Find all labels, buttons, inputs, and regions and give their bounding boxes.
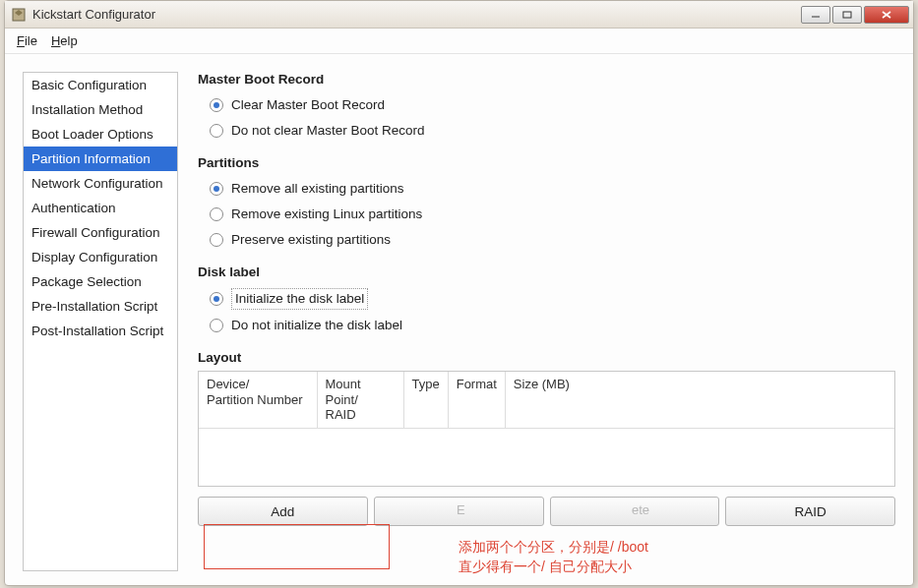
mbr-title: Master Boot Record — [198, 72, 895, 87]
titlebar: Kickstart Configurator — [5, 1, 913, 29]
radio-icon — [210, 292, 223, 306]
part-removeall-row[interactable]: Remove all existing partitions — [198, 176, 895, 202]
part-removeall-label: Remove all existing partitions — [231, 179, 404, 199]
delete-faint: ete — [632, 502, 649, 517]
radio-icon — [210, 182, 223, 196]
svg-rect-2 — [843, 12, 851, 18]
sidebar-item-bootloader[interactable]: Boot Loader Options — [24, 122, 177, 147]
section-disklabel: Disk label Initialize the disk label Do … — [198, 265, 895, 338]
sidebar-item-partition[interactable]: Partition Information — [24, 147, 177, 171]
sidebar-item-network[interactable]: Network Configuration — [24, 171, 177, 196]
col-format[interactable]: Format — [448, 372, 505, 428]
radio-icon — [210, 233, 223, 247]
raid-button[interactable]: RAID — [725, 497, 895, 526]
main-panel: Master Boot Record Clear Master Boot Rec… — [198, 72, 895, 571]
radio-icon — [210, 124, 223, 138]
window-title: Kickstart Configurator — [32, 7, 801, 22]
col-type[interactable]: Type — [403, 372, 448, 428]
disklabel-init-label: Initialize the disk label — [231, 288, 368, 310]
mbr-clear-row[interactable]: Clear Master Boot Record — [198, 92, 895, 118]
sidebar-item-package[interactable]: Package Selection — [24, 269, 177, 294]
partitions-title: Partitions — [198, 155, 895, 170]
edit-faint: E — [457, 502, 465, 517]
section-partitions: Partitions Remove all existing partition… — [198, 155, 895, 253]
sidebar-item-auth[interactable]: Authentication — [24, 196, 177, 220]
annotation-line1: 添加两个个分区，分别是/ /boot — [459, 538, 648, 558]
radio-icon — [210, 98, 223, 112]
minimize-button[interactable] — [801, 6, 830, 24]
sidebar: Basic Configuration Installation Method … — [23, 72, 178, 571]
close-button[interactable] — [864, 6, 909, 24]
add-button[interactable]: Add — [198, 497, 368, 526]
sidebar-item-installation[interactable]: Installation Method — [24, 97, 177, 122]
content-area: Basic Configuration Installation Method … — [5, 54, 913, 585]
section-layout: Layout Device/Partition Number Mount Poi… — [198, 350, 895, 559]
layout-buttons: Add RAID E ete — [198, 497, 895, 526]
app-icon — [11, 7, 27, 23]
col-mount[interactable]: Mount Point/RAID — [317, 372, 403, 428]
layout-title: Layout — [198, 350, 895, 365]
col-size[interactable]: Size (MB) — [505, 372, 894, 428]
mbr-noclear-row[interactable]: Do not clear Master Boot Record — [198, 118, 895, 144]
menu-help[interactable]: Help — [51, 33, 78, 48]
col-device[interactable]: Device/Partition Number — [199, 372, 317, 428]
menubar: File Help — [5, 29, 913, 54]
disklabel-noinit-row[interactable]: Do not initialize the disk label — [198, 313, 895, 338]
sidebar-item-firewall[interactable]: Firewall Configuration — [24, 220, 177, 245]
section-mbr: Master Boot Record Clear Master Boot Rec… — [198, 72, 895, 144]
sidebar-item-basic[interactable]: Basic Configuration — [24, 73, 177, 97]
mbr-noclear-label: Do not clear Master Boot Record — [231, 121, 425, 141]
disklabel-init-row[interactable]: Initialize the disk label — [198, 285, 895, 313]
sidebar-item-postinstall[interactable]: Post-Installation Script — [24, 319, 177, 343]
annotation-line2: 直少得有一个/ 自己分配大小 — [459, 558, 632, 577]
mbr-clear-label: Clear Master Boot Record — [231, 95, 385, 115]
sidebar-item-preinstall[interactable]: Pre-Installation Script — [24, 294, 177, 319]
add-button-label: Add — [271, 504, 294, 519]
sidebar-item-display[interactable]: Display Configuration — [24, 245, 177, 269]
part-preserve-row[interactable]: Preserve existing partitions — [198, 227, 895, 253]
disklabel-noinit-label: Do not initialize the disk label — [231, 316, 402, 335]
app-window: Kickstart Configurator File Help Basic C… — [4, 0, 914, 586]
maximize-button[interactable] — [832, 6, 862, 24]
radio-icon — [210, 319, 223, 332]
part-removelinux-row[interactable]: Remove existing Linux partitions — [198, 202, 895, 227]
disklabel-title: Disk label — [198, 265, 895, 279]
layout-table[interactable]: Device/Partition Number Mount Point/RAID… — [198, 371, 895, 487]
part-removelinux-label: Remove existing Linux partitions — [231, 205, 422, 224]
menu-file[interactable]: File — [17, 33, 37, 48]
window-controls — [801, 6, 909, 24]
radio-icon — [210, 207, 223, 221]
raid-button-label: RAID — [794, 504, 826, 519]
part-preserve-label: Preserve existing partitions — [231, 230, 391, 250]
